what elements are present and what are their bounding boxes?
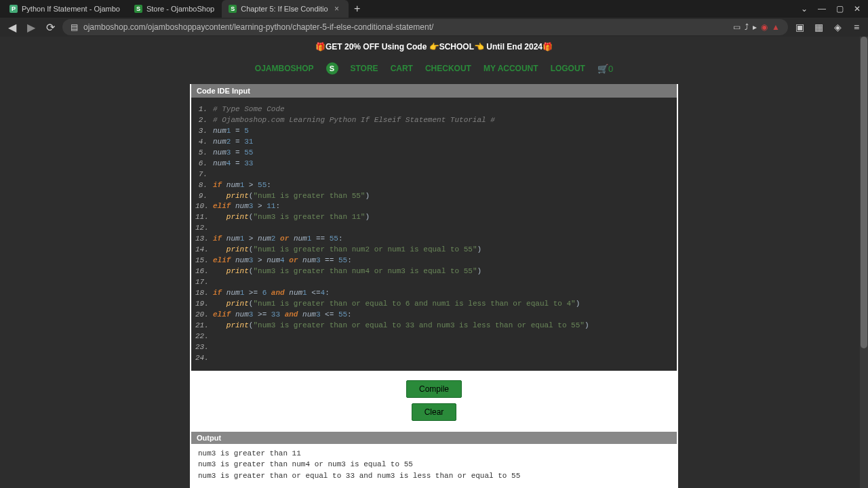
line-number: 2. [195, 115, 213, 126]
line-number: 20. [195, 310, 213, 321]
menu-icon[interactable]: ≡ [850, 21, 863, 33]
site-info-icon[interactable]: ▤ [71, 22, 78, 32]
code-text: num1 = 5 [213, 126, 670, 137]
line-number: 6. [195, 159, 213, 169]
code-line: 1.# Type Some Code [195, 104, 670, 115]
tab-2[interactable]: S Store - OjamboShop [127, 0, 221, 18]
code-line: 4.num2 = 31 [195, 137, 670, 148]
rss-icon[interactable]: ▸ [753, 22, 757, 32]
code-text: if num1 > 55: [213, 180, 670, 191]
cart-icon[interactable]: 🛒0 [597, 64, 613, 74]
nav-account[interactable]: MY ACCOUNT [484, 64, 538, 73]
code-line: 24. [195, 353, 670, 364]
code-text: # Type Some Code [213, 104, 670, 115]
output-header: Output [191, 432, 677, 444]
output-line: num3 is greater than or equal to 33 and … [198, 470, 670, 482]
tab-3-active[interactable]: S Chapter 5: If Else Conditio × [222, 0, 348, 18]
scrollbar[interactable] [860, 37, 868, 488]
minimize-button[interactable]: — [814, 1, 830, 17]
code-editor[interactable]: 1.# Type Some Code2.# Ojamboshop.com Lea… [191, 98, 677, 371]
code-line: 7. [195, 169, 670, 180]
line-number: 8. [195, 180, 213, 191]
line-number: 21. [195, 321, 213, 331]
favicon-icon: S [229, 5, 237, 13]
tab-label: Python If Statement - Ojambo [22, 5, 120, 13]
code-text: print("num1 is greater than num2 or num1… [213, 245, 670, 256]
line-number: 23. [195, 342, 213, 353]
code-line: 2.# Ojamboshop.com Learning Python If El… [195, 115, 670, 126]
clear-button[interactable]: Clear [412, 403, 457, 421]
logo-icon: S [326, 62, 338, 75]
tab-1[interactable]: P Python If Statement - Ojambo [3, 0, 127, 18]
maximize-button[interactable]: ▢ [831, 1, 848, 17]
line-number: 3. [195, 126, 213, 137]
site-nav: OJAMBOSHOP S STORE CART CHECKOUT MY ACCO… [0, 57, 868, 84]
code-text [213, 169, 670, 180]
titlebar: P Python If Statement - Ojambo S Store -… [0, 0, 868, 18]
tab-label: Chapter 5: If Else Conditio [241, 5, 328, 13]
line-number: 24. [195, 353, 213, 364]
line-number: 14. [195, 245, 213, 256]
scrollbar-thumb[interactable] [861, 37, 867, 348]
compile-button[interactable]: Compile [406, 380, 462, 398]
bookmark-icon[interactable]: ◈ [831, 21, 844, 33]
toolbar-right: ▣ ▦ ◈ ≡ [793, 21, 863, 33]
code-line: 21. print("num3 is greater than or equal… [195, 321, 670, 331]
code-line: 12. [195, 223, 670, 234]
back-button[interactable]: ◀ [5, 20, 19, 34]
line-number: 11. [195, 212, 213, 223]
line-number: 5. [195, 148, 213, 159]
promo-banner: 🎁GET 20% OFF Using Code 👉SCHOOL👈 Until E… [0, 37, 868, 57]
code-header: Code IDE Input [191, 84, 677, 98]
line-number: 4. [195, 137, 213, 148]
code-text: print("num3 is greater than 11") [213, 212, 670, 223]
page-content: 🎁GET 20% OFF Using Code 👉SCHOOL👈 Until E… [0, 37, 868, 488]
sidebar-icon[interactable]: ▣ [793, 21, 806, 33]
nav-cart[interactable]: CART [391, 64, 413, 73]
reader-icon[interactable]: ▭ [733, 22, 741, 32]
line-number: 13. [195, 234, 213, 245]
nav-logout[interactable]: LOGOUT [551, 64, 585, 73]
nav-brand[interactable]: OJAMBOSHOP [255, 64, 314, 73]
close-icon[interactable]: × [332, 4, 342, 14]
share-icon[interactable]: ⤴ [745, 22, 749, 32]
chevron-down-icon[interactable]: ⌄ [796, 1, 812, 17]
window-controls: ⌄ — ▢ ✕ [796, 1, 865, 17]
code-line: 17. [195, 277, 670, 288]
output-panel: num3 is greater than 11num3 is greater t… [191, 444, 677, 489]
code-line: 20.elif num3 >= 33 and num3 <= 55: [195, 310, 670, 321]
line-number: 16. [195, 266, 213, 277]
reload-button[interactable]: ⟳ [43, 20, 57, 34]
code-line: 5.num3 = 55 [195, 148, 670, 159]
url-bar[interactable]: ▤ ojamboshop.com/ojamboshoppaycontent/le… [62, 19, 788, 35]
code-text: num3 = 55 [213, 148, 670, 159]
code-line: 8.if num1 > 55: [195, 180, 670, 191]
output-line: num3 is greater than 11 [198, 448, 670, 460]
code-line: 19. print("num1 is greater than or equal… [195, 299, 670, 310]
close-window-button[interactable]: ✕ [849, 1, 865, 17]
code-text [213, 353, 670, 364]
line-number: 12. [195, 223, 213, 234]
line-number: 22. [195, 331, 213, 342]
nav-checkout[interactable]: CHECKOUT [425, 64, 471, 73]
url-text: ojamboshop.com/ojamboshoppaycontent/lear… [83, 22, 728, 32]
shield-icon[interactable]: ◉ [761, 22, 768, 32]
browser-toolbar: ◀ ▶ ⟳ ▤ ojamboshop.com/ojamboshoppaycont… [0, 18, 868, 37]
line-number: 17. [195, 277, 213, 288]
code-line: 3.num1 = 5 [195, 126, 670, 137]
nav-store[interactable]: STORE [351, 64, 378, 73]
warning-icon[interactable]: ▲ [772, 22, 780, 32]
code-line: 15.elif num3 > num4 or num3 == 55: [195, 256, 670, 266]
favicon-icon: P [9, 5, 18, 13]
new-tab-button[interactable]: + [349, 1, 366, 17]
code-text: elif num3 > 11: [213, 201, 670, 212]
forward-button[interactable]: ▶ [24, 20, 38, 34]
code-line: 13.if num1 > num2 or num1 == 55: [195, 234, 670, 245]
extension-icon[interactable]: ▦ [812, 21, 825, 33]
code-text: if num1 >= 6 and num1 <=4: [213, 288, 670, 299]
code-text: # Ojamboshop.com Learning Python If Else… [213, 115, 670, 126]
line-number: 10. [195, 201, 213, 212]
code-text: if num1 > num2 or num1 == 55: [213, 234, 670, 245]
button-row: Compile Clear [191, 371, 677, 428]
code-text: elif num3 > num4 or num3 == 55: [213, 256, 670, 266]
